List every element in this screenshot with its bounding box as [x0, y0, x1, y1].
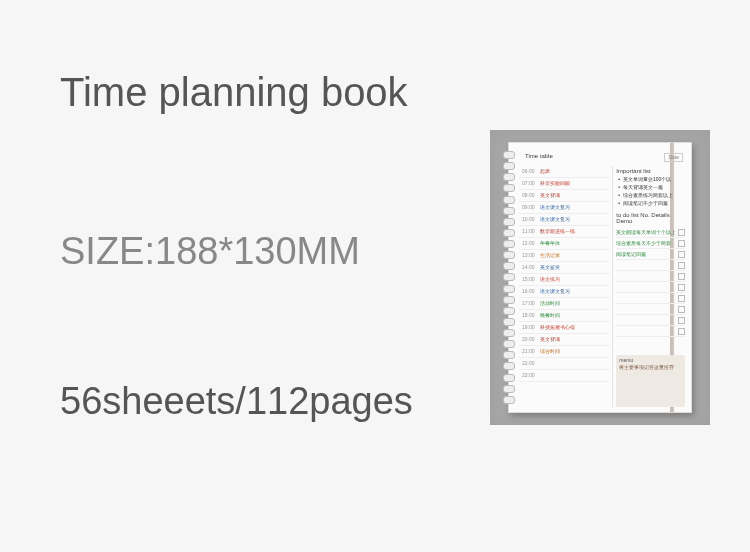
time-row: 11:00数学跟进练一练	[519, 226, 610, 238]
memo-text: 将主要事项记在这里留存	[619, 365, 682, 370]
time-row: 12:00午餐午休	[519, 238, 610, 250]
product-title: Time planning book	[60, 70, 408, 115]
important-item: 每天背诵英文一篇	[616, 185, 685, 190]
todo-item	[616, 304, 685, 315]
important-list: 英文单词量达100个以每天背诵英文一篇综合素质练习两套以上阅读笔记不少于四篇	[616, 177, 685, 209]
time-row: 15:00语文练习	[519, 274, 610, 286]
important-item: 阅读笔记不少于四篇	[616, 201, 685, 206]
todo-item	[616, 282, 685, 293]
important-list-header: Important list	[616, 168, 685, 174]
todo-item: 英文朗读每天单词十个以上	[616, 227, 685, 238]
todo-item	[616, 271, 685, 282]
todo-item: 综合素质每天不少于两套	[616, 238, 685, 249]
todo-item	[616, 260, 685, 271]
time-row: 19:00科技拓展书心得	[519, 322, 610, 334]
right-column: Important list 英文单词量达100个以每天背诵英文一篇综合素质练习…	[613, 166, 685, 407]
time-row: 20:00英文背诵	[519, 334, 610, 346]
time-table-header: Time table	[525, 153, 553, 162]
product-photo: Time table Date 06:00起床07:00科学实验回顾08:00英…	[490, 130, 710, 425]
time-row: 16:00语文课文复习	[519, 286, 610, 298]
memo-box: memo 将主要事项记在这里留存	[616, 355, 685, 407]
time-row: 13:00生活记录	[519, 250, 610, 262]
time-row: 06:00起床	[519, 166, 610, 178]
time-row: 22:00	[519, 358, 610, 370]
date-box: Date	[664, 153, 683, 162]
todo-header: to do list No. Details Demo	[616, 212, 685, 224]
important-item: 英文单词量达100个以	[616, 177, 685, 182]
time-row: 10:00语文课文复习	[519, 214, 610, 226]
time-row: 17:00活动时间	[519, 298, 610, 310]
todo-item	[616, 326, 685, 337]
notebook: Time table Date 06:00起床07:00科学实验回顾08:00英…	[508, 142, 692, 413]
time-row: 18:00晚餐时间	[519, 310, 610, 322]
time-row: 21:00综合时间	[519, 346, 610, 358]
time-row: 08:00英文背诵	[519, 190, 610, 202]
todo-item: 阅读笔记四篇	[616, 249, 685, 260]
time-row: 09:00语文课文复习	[519, 202, 610, 214]
memo-header: memo	[619, 358, 682, 363]
sheets-spec: 56sheeets/112pages	[60, 380, 413, 423]
time-row: 07:00科学实验回顾	[519, 178, 610, 190]
time-row: 14:00美文鉴赏	[519, 262, 610, 274]
notebook-page: Time table Date 06:00起床07:00科学实验回顾08:00英…	[519, 149, 685, 406]
time-table-column: 06:00起床07:00科学实验回顾08:00英文背诵09:00语文课文复习10…	[519, 166, 613, 407]
important-item: 综合素质练习两套以上	[616, 193, 685, 198]
time-row: 23:00	[519, 370, 610, 382]
size-spec: SIZE:188*130MM	[60, 230, 360, 273]
todo-item	[616, 293, 685, 304]
todo-item	[616, 315, 685, 326]
todo-list: 英文朗读每天单词十个以上综合素质每天不少于两套阅读笔记四篇	[616, 227, 685, 337]
spiral-binding	[503, 151, 513, 404]
